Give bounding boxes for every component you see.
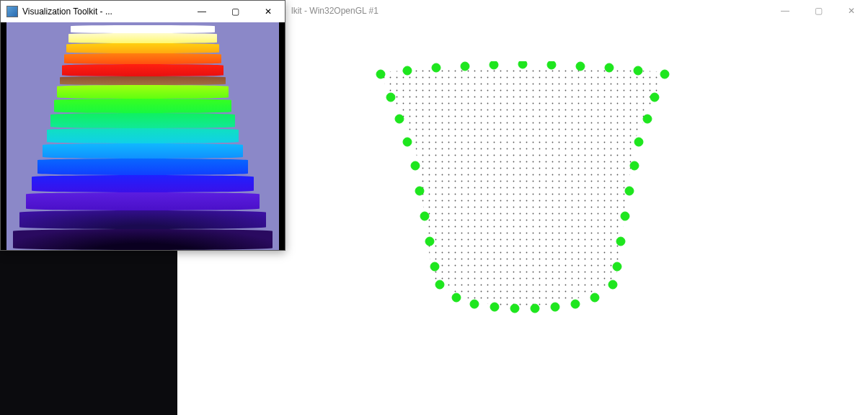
svg-point-27 <box>490 303 499 311</box>
svg-point-6 <box>490 61 498 69</box>
svg-point-33 <box>420 212 429 220</box>
svg-point-14 <box>643 115 652 123</box>
svg-point-21 <box>608 280 617 289</box>
svg-point-9 <box>576 62 585 71</box>
bg-left-dark-panel <box>0 251 177 415</box>
grid-visualization <box>368 61 678 321</box>
svg-point-30 <box>435 280 444 289</box>
bg-maximize-button[interactable]: ▢ <box>802 0 835 22</box>
svg-point-24 <box>551 303 559 311</box>
maximize-icon: ▢ <box>231 6 239 17</box>
svg-point-7 <box>518 61 527 68</box>
svg-point-35 <box>411 161 420 170</box>
svg-point-26 <box>510 304 519 313</box>
svg-point-37 <box>395 115 404 123</box>
rainbow-visualization <box>1 22 285 250</box>
svg-point-32 <box>425 237 434 246</box>
svg-point-3 <box>403 66 412 75</box>
close-icon: ✕ <box>265 6 272 17</box>
svg-point-12 <box>660 70 669 79</box>
foreground-window[interactable]: Visualization Toolkit - ... — ▢ ✕ <box>0 0 285 251</box>
svg-point-16 <box>630 161 639 170</box>
bg-minimize-button[interactable]: — <box>769 0 802 22</box>
bg-close-button[interactable]: ✕ <box>835 0 868 22</box>
svg-point-23 <box>571 300 580 308</box>
minimize-icon: — <box>198 6 206 17</box>
svg-point-28 <box>470 300 479 308</box>
svg-point-8 <box>547 61 556 69</box>
maximize-icon: ▢ <box>815 6 823 16</box>
svg-point-15 <box>634 138 643 146</box>
svg-point-38 <box>386 93 395 102</box>
bg-window-title: lkit - Win32OpenGL #1 <box>285 6 378 16</box>
svg-point-13 <box>650 93 659 102</box>
svg-point-17 <box>625 187 634 195</box>
app-icon <box>6 6 18 17</box>
svg-point-19 <box>616 237 625 246</box>
svg-point-34 <box>415 187 424 195</box>
svg-point-22 <box>590 293 599 302</box>
minimize-icon: — <box>781 6 789 16</box>
svg-point-31 <box>430 262 439 271</box>
fg-window-title: Visualization Toolkit - ... <box>22 6 112 17</box>
svg-point-11 <box>634 66 642 75</box>
svg-point-18 <box>621 212 629 220</box>
fg-minimize-button[interactable]: — <box>185 1 218 22</box>
fg-titlebar[interactable]: Visualization Toolkit - ... — ▢ ✕ <box>1 1 285 22</box>
svg-point-25 <box>531 304 539 313</box>
svg-point-2 <box>376 70 385 79</box>
svg-point-29 <box>452 293 461 302</box>
fg-close-button[interactable]: ✕ <box>252 1 285 22</box>
svg-point-36 <box>403 138 412 146</box>
svg-point-4 <box>432 63 440 72</box>
svg-point-5 <box>461 62 469 71</box>
fg-maximize-button[interactable]: ▢ <box>218 1 252 22</box>
svg-point-10 <box>605 63 614 72</box>
svg-point-20 <box>613 262 621 271</box>
close-icon: ✕ <box>848 6 855 16</box>
